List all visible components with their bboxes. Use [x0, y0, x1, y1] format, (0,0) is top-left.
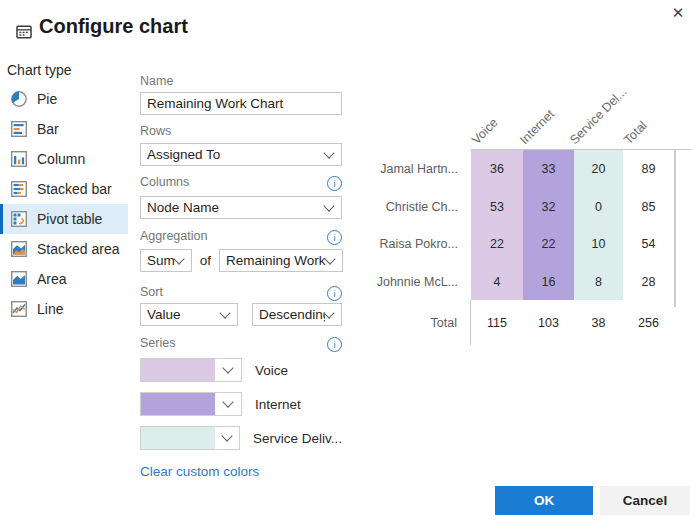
name-field-group: Name	[140, 74, 342, 115]
aggregation-function-dropdown[interactable]: Sum	[140, 249, 192, 272]
table-cell: 4	[471, 275, 523, 289]
series-label: Series	[140, 336, 342, 351]
table-cell: 53	[471, 200, 523, 214]
sort-direction-dropdown[interactable]: Descending	[252, 303, 342, 326]
chart-type-stacked-bar[interactable]: Stacked bar	[0, 174, 128, 204]
table-cell: 20	[574, 162, 623, 176]
columns-dropdown[interactable]: Node Name	[140, 196, 342, 219]
table-row: Jamal Hartn... 36 33 20 89	[375, 150, 691, 187]
dialog-title: Configure chart	[39, 15, 188, 38]
chart-type-stacked-area[interactable]: Stacked area	[0, 234, 128, 264]
chart-table-icon	[15, 23, 33, 41]
row-label: Christie Ch...	[375, 200, 471, 214]
configure-chart-dialog: ✕ Configure chart Chart type Pie	[0, 0, 694, 526]
series-row-voice: Voice	[140, 358, 342, 382]
chart-type-label: Pivot table	[37, 211, 102, 227]
chart-type-pivot-table[interactable]: Pivot table	[0, 204, 128, 234]
series-color-dropdown[interactable]	[140, 392, 242, 416]
sort-field-group: Sort Value Descending	[140, 285, 342, 326]
aggregation-field-group: Aggregation Sum of Remaining Work	[140, 229, 342, 272]
series-name: Internet	[255, 397, 301, 412]
chevron-down-icon	[173, 253, 184, 264]
series-row-internet: Internet	[140, 392, 342, 416]
table-cell: 38	[574, 316, 623, 330]
chart-type-heading: Chart type	[7, 62, 72, 78]
row-label: Raisa Pokro...	[375, 237, 471, 251]
info-icon[interactable]	[327, 337, 342, 352]
ok-button[interactable]: OK	[495, 486, 593, 515]
chart-type-bar[interactable]: Bar	[0, 114, 128, 144]
color-swatch	[141, 427, 215, 449]
chevron-down-icon	[219, 307, 230, 318]
name-label: Name	[140, 74, 342, 89]
chart-type-pie[interactable]: Pie	[0, 84, 128, 114]
chart-name-input[interactable]	[140, 92, 342, 115]
series-name: Voice	[255, 363, 288, 378]
close-icon[interactable]: ✕	[667, 2, 689, 24]
stacked-area-chart-icon	[10, 240, 28, 258]
total-row-label: Total	[375, 300, 471, 345]
column-header-voice: Voice	[469, 115, 501, 147]
preview-scrollbar[interactable]	[674, 150, 676, 307]
chevron-down-icon	[323, 307, 334, 318]
info-icon[interactable]	[327, 230, 342, 245]
table-cell: 85	[623, 200, 674, 214]
table-cell: 0	[574, 200, 623, 214]
table-row: Christie Ch... 53 32 0 85	[375, 188, 691, 225]
table-cell: 89	[623, 162, 674, 176]
rows-label: Rows	[140, 124, 342, 139]
sort-by-value: Value	[147, 307, 181, 322]
column-header-internet: Internet	[517, 107, 557, 147]
aggregation-function-value: Sum	[147, 253, 175, 268]
columns-label: Columns	[140, 175, 342, 190]
chart-type-label: Pie	[37, 91, 57, 107]
table-row: Johnnie McL... 4 16 8 28	[375, 263, 691, 300]
aggregation-field-dropdown[interactable]: Remaining Work	[219, 249, 343, 272]
pivot-table-preview: Voice Internet Service Del... Total Jama…	[375, 75, 691, 347]
info-icon[interactable]	[327, 286, 342, 301]
chart-type-label: Stacked bar	[37, 181, 112, 197]
table-cell: 22	[523, 237, 574, 251]
table-cell: 54	[623, 237, 674, 251]
series-color-dropdown[interactable]	[140, 426, 240, 450]
table-cell: 10	[574, 237, 623, 251]
columns-dropdown-value: Node Name	[147, 200, 219, 215]
rows-dropdown-value: Assigned To	[147, 147, 220, 162]
sort-direction-value: Descending	[259, 307, 325, 322]
row-label: Jamal Hartn...	[375, 162, 471, 176]
pie-chart-icon	[10, 90, 28, 108]
column-chart-icon	[10, 150, 28, 168]
chevron-down-icon	[222, 396, 233, 407]
chart-type-label: Area	[37, 271, 67, 287]
chart-type-area[interactable]: Area	[0, 264, 128, 294]
aggregation-field-value: Remaining Work	[226, 253, 326, 268]
color-swatch	[141, 393, 215, 415]
series-color-dropdown[interactable]	[140, 358, 242, 382]
chart-type-list: Pie Bar Column	[0, 84, 128, 324]
area-chart-icon	[10, 270, 28, 288]
chevron-down-icon	[323, 147, 334, 158]
table-cell: 28	[623, 275, 674, 289]
rows-dropdown[interactable]: Assigned To	[140, 143, 342, 166]
chart-type-line[interactable]: Line	[0, 294, 128, 324]
table-cell: 103	[523, 316, 574, 330]
chart-type-column[interactable]: Column	[0, 144, 128, 174]
chevron-down-icon	[222, 362, 233, 373]
table-cell: 36	[471, 162, 523, 176]
column-header-service-delivery: Service Del...	[567, 85, 629, 147]
chart-type-label: Line	[37, 301, 63, 317]
cancel-button[interactable]: Cancel	[600, 486, 690, 515]
series-field-group: Series Voice Internet Service Deliv...	[140, 336, 342, 450]
table-cell: 16	[523, 275, 574, 289]
chevron-down-icon	[221, 430, 232, 441]
color-swatch	[141, 359, 215, 381]
pivot-table-chart-icon	[10, 210, 28, 228]
stacked-bar-chart-icon	[10, 180, 28, 198]
clear-custom-colors-link[interactable]: Clear custom colors	[140, 464, 259, 479]
info-icon[interactable]	[327, 176, 342, 191]
chevron-down-icon	[323, 200, 334, 211]
line-chart-icon	[10, 300, 28, 318]
sort-by-dropdown[interactable]: Value	[140, 303, 238, 326]
sort-label: Sort	[140, 285, 342, 300]
chevron-down-icon	[324, 253, 335, 264]
